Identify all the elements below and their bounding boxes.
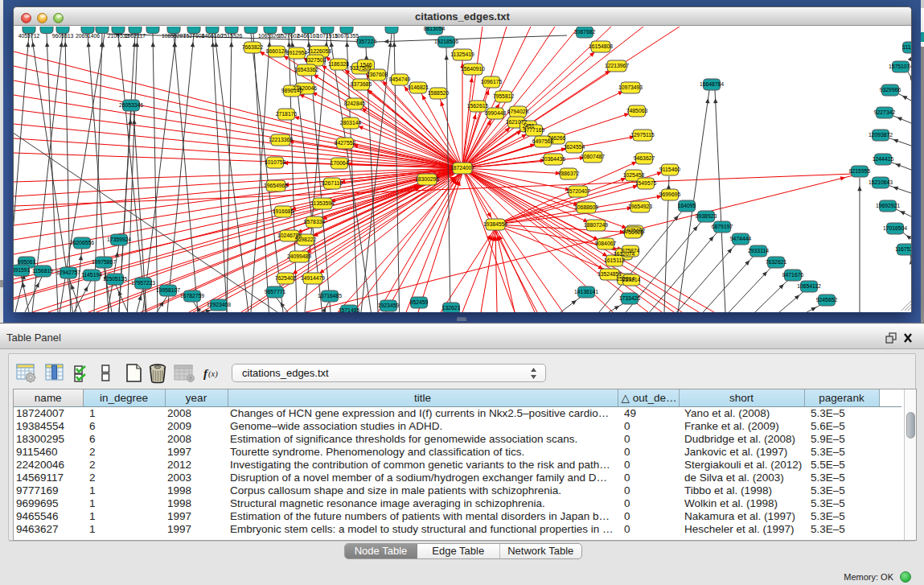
- svg-text:7663822: 7663822: [242, 44, 264, 50]
- svg-text:20364436: 20364436: [541, 156, 565, 162]
- svg-text:6990448: 6990448: [485, 110, 507, 116]
- svg-text:7886372: 7886372: [558, 171, 580, 176]
- svg-text:8242845: 8242845: [344, 101, 366, 106]
- svg-text:12923468: 12923468: [207, 302, 231, 307]
- svg-text:19975867: 19975867: [92, 259, 116, 265]
- svg-text:14136141: 14136141: [574, 289, 598, 295]
- svg-text:1527602: 1527602: [278, 33, 300, 39]
- svg-text:16782759: 16782759: [180, 293, 204, 299]
- svg-text:9896140: 9896140: [281, 88, 303, 93]
- svg-text:8267110: 8267110: [322, 180, 343, 186]
- svg-text:111274: 111274: [902, 44, 911, 50]
- svg-text:2087682: 2087682: [574, 29, 596, 35]
- svg-text:1096175: 1096175: [481, 79, 503, 84]
- svg-text:9463627: 9463627: [634, 155, 655, 161]
- svg-text:9227342: 9227342: [874, 109, 896, 115]
- svg-text:16154808: 16154808: [589, 43, 613, 49]
- svg-text:7485063: 7485063: [626, 108, 648, 113]
- svg-text:21226058: 21226058: [307, 48, 331, 54]
- svg-text:7625402: 7625402: [275, 275, 297, 281]
- svg-text:995061: 995061: [18, 259, 36, 265]
- svg-text:9756928: 9756928: [622, 229, 644, 235]
- svg-text:1571485: 1571485: [339, 307, 360, 312]
- svg-text:132621: 132621: [442, 305, 461, 311]
- svg-text:18807249: 18807249: [584, 222, 608, 228]
- svg-text:1546: 1546: [359, 62, 372, 68]
- svg-text:6497568: 6497568: [532, 138, 554, 144]
- svg-text:6794028: 6794028: [507, 109, 529, 114]
- svg-text:6466160: 6466160: [298, 33, 319, 39]
- svg-text:1588520: 1588520: [428, 90, 450, 96]
- svg-text:2718176: 2718176: [276, 111, 298, 117]
- svg-text:8578334: 8578334: [304, 219, 326, 225]
- svg-text:8813054: 8813054: [424, 27, 446, 31]
- svg-text:1010753: 1010753: [265, 159, 286, 165]
- svg-text:15751074: 15751074: [889, 64, 911, 69]
- svg-text:26206556: 26206556: [70, 240, 94, 245]
- svg-text:12505135: 12505135: [103, 276, 127, 282]
- svg-text:7515526: 7515526: [221, 33, 243, 39]
- svg-text:6466160: 6466160: [202, 33, 224, 39]
- svg-text:1244415: 1244415: [873, 156, 894, 162]
- svg-text:1549575: 1549575: [635, 180, 657, 186]
- svg-text:9857771: 9857771: [265, 289, 286, 295]
- svg-text:16210643: 16210643: [869, 179, 893, 185]
- svg-text:19654923: 19654923: [628, 204, 652, 209]
- svg-text:10688609: 10688609: [574, 204, 598, 210]
- svg-text:(x): (x): [208, 369, 218, 379]
- svg-text:1156819: 1156819: [32, 268, 53, 274]
- svg-text:1923459: 1923459: [378, 303, 400, 308]
- svg-text:9605513: 9605513: [52, 33, 74, 39]
- svg-text:17016504: 17016504: [883, 225, 907, 231]
- svg-text:13716485: 13716485: [318, 293, 342, 299]
- svg-text:9115460: 9115460: [659, 167, 680, 172]
- svg-text:11325419: 11325419: [450, 51, 474, 57]
- svg-text:975874: 975874: [622, 248, 640, 253]
- svg-text:19958107: 19958107: [156, 287, 180, 293]
- svg-text:1562615: 1562615: [467, 103, 489, 109]
- svg-text:9474444: 9474444: [730, 236, 752, 241]
- svg-text:1186328: 1186328: [328, 61, 349, 67]
- svg-text:10973493: 10973493: [618, 84, 643, 90]
- svg-text:12213369: 12213369: [269, 137, 293, 142]
- svg-text:19692921: 19692921: [876, 203, 900, 208]
- svg-text:2803144: 2803144: [340, 120, 362, 126]
- svg-text:10855287: 10855287: [162, 33, 186, 39]
- svg-text:7955812: 7955812: [493, 93, 515, 99]
- svg-text:9777169: 9777169: [524, 127, 545, 133]
- svg-text:18724007: 18724007: [450, 165, 474, 171]
- svg-text:7357224: 7357224: [355, 39, 377, 44]
- svg-text:391591: 391591: [14, 267, 31, 273]
- svg-text:4055712: 4055712: [18, 33, 40, 39]
- svg-text:16648784: 16648784: [700, 81, 724, 87]
- svg-text:6879197: 6879197: [712, 224, 733, 229]
- svg-text:1145194: 1145194: [81, 272, 102, 278]
- svg-text:8215955: 8215955: [849, 168, 871, 174]
- svg-text:8912954: 8912954: [286, 50, 308, 56]
- svg-text:10807487: 10807487: [581, 154, 605, 159]
- svg-text:18300295: 18300295: [415, 176, 439, 182]
- svg-text:9146821: 9146821: [408, 84, 429, 90]
- svg-text:5698222: 5698222: [295, 237, 317, 242]
- svg-text:1025458: 1025458: [623, 172, 645, 178]
- svg-text:952459: 952459: [410, 299, 429, 305]
- svg-text:12942757: 12942757: [56, 270, 80, 275]
- svg-text:12213967: 12213967: [605, 63, 629, 68]
- svg-text:2933114: 2933114: [748, 248, 769, 253]
- svg-text:7632621: 7632621: [766, 259, 787, 265]
- svg-text:8471676: 8471676: [782, 272, 804, 278]
- svg-text:1733426: 1733426: [619, 295, 641, 301]
- svg-text:1167534: 1167534: [895, 246, 911, 252]
- svg-text:15640910: 15640910: [461, 66, 485, 72]
- svg-text:9327503: 9327503: [305, 57, 326, 63]
- svg-text:12093872: 12093872: [869, 132, 893, 138]
- svg-text:10671355: 10671355: [335, 33, 359, 39]
- svg-text:19384554: 19384554: [483, 221, 507, 227]
- svg-text:19218506: 19218506: [434, 39, 458, 44]
- svg-text:8660124: 8660124: [266, 48, 288, 54]
- svg-text:20691406: 20691406: [76, 33, 100, 39]
- svg-text:9699695: 9699695: [659, 192, 681, 197]
- svg-text:259214: 259214: [622, 277, 641, 282]
- svg-text:1615112: 1615112: [604, 257, 625, 263]
- svg-text:170064: 170064: [331, 160, 349, 166]
